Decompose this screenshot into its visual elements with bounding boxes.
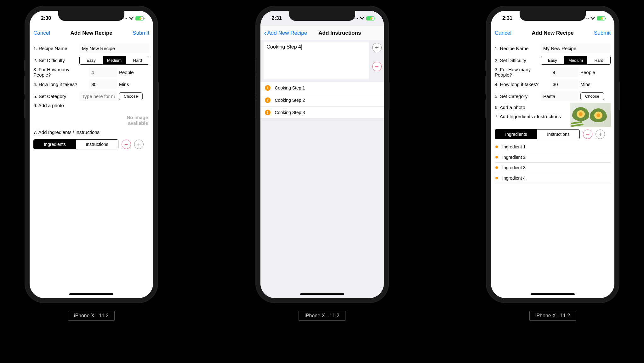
- wifi-icon: [129, 16, 134, 21]
- step-row[interactable]: 2 Cooking Step 2: [260, 94, 384, 107]
- device-label: iPhone X - 11.2: [529, 311, 576, 321]
- nav-title: Add New Recipe: [514, 30, 592, 36]
- difficulty-segmented[interactable]: Easy Medium Hard: [79, 56, 149, 65]
- people-input[interactable]: [550, 67, 578, 77]
- choose-category-button[interactable]: Choose: [119, 92, 143, 100]
- people-label: 3. For How many People?: [33, 67, 87, 78]
- difficulty-medium[interactable]: Medium: [103, 56, 126, 64]
- home-indicator[interactable]: [69, 293, 113, 295]
- chevron-left-icon: ‹: [264, 29, 267, 37]
- nav-title: Add Instructions: [318, 30, 361, 36]
- wifi-icon: [590, 16, 595, 21]
- recipe-name-label: 1. Recipe Name: [495, 46, 539, 51]
- ingredient-row[interactable]: Ingredient 2: [495, 152, 611, 163]
- status-time: 2:31: [502, 15, 512, 21]
- status-time: 2:30: [41, 15, 51, 21]
- ingredient-label: Ingredient 1: [502, 144, 526, 149]
- ingredient-row[interactable]: Ingredient 1: [495, 142, 611, 152]
- submit-button[interactable]: Submit: [592, 30, 611, 36]
- recipe-name-input[interactable]: [541, 43, 611, 53]
- status-time: 2:31: [272, 15, 282, 21]
- home-indicator[interactable]: [300, 293, 344, 295]
- remove-item-button[interactable]: −: [122, 140, 131, 149]
- time-input[interactable]: [550, 79, 578, 89]
- remove-item-button[interactable]: −: [583, 130, 592, 139]
- people-suffix: People: [119, 70, 137, 75]
- ingredient-row[interactable]: Ingredient 3: [495, 163, 611, 173]
- ingredients-instructions-tabs[interactable]: Ingredients Instructions: [33, 139, 118, 149]
- iphone-device-1: 2:30 ⚡ Cancel Add New Recipe Submit 1. R…: [25, 6, 157, 302]
- tab-instructions[interactable]: Instructions: [76, 140, 118, 149]
- wifi-icon: [360, 16, 365, 21]
- step-label: Cooking Step 2: [275, 98, 305, 103]
- recipe-photo-thumbnail[interactable]: [570, 103, 611, 127]
- ingredients-instructions-label: 7. Add Ingredients / Instructions: [495, 114, 561, 119]
- time-suffix: Mins: [580, 82, 598, 87]
- battery-icon: ⚡: [135, 16, 144, 20]
- recipe-name-label: 1. Recipe Name: [33, 46, 77, 51]
- nav-bar: Cancel Add New Recipe Submit: [30, 26, 153, 40]
- bullet-icon: [495, 166, 498, 169]
- time-suffix: Mins: [119, 82, 137, 87]
- remove-step-button[interactable]: −: [372, 62, 382, 71]
- battery-icon: ⚡: [366, 16, 374, 20]
- step-number-icon: 2: [265, 97, 271, 103]
- tab-ingredients[interactable]: Ingredients: [34, 140, 76, 149]
- add-step-button[interactable]: +: [372, 43, 382, 52]
- category-input[interactable]: [541, 91, 578, 101]
- tab-instructions[interactable]: Instructions: [537, 130, 579, 139]
- submit-button[interactable]: Submit: [130, 30, 149, 36]
- nav-bar: ‹ Add New Recipe Add Instructions: [260, 26, 384, 40]
- home-indicator[interactable]: [531, 293, 575, 295]
- photo-label: 6. Add a photo: [33, 103, 77, 108]
- cancel-button[interactable]: Cancel: [495, 30, 514, 36]
- bullet-icon: [495, 156, 498, 158]
- instruction-textarea[interactable]: Cooking Step 4: [264, 42, 369, 79]
- choose-category-button[interactable]: Choose: [580, 92, 604, 100]
- ingredients-instructions-tabs[interactable]: Ingredients Instructions: [495, 129, 580, 139]
- step-row[interactable]: 3 Cooking Step 3: [260, 107, 384, 119]
- category-input[interactable]: [79, 91, 117, 101]
- people-input[interactable]: [89, 67, 117, 77]
- device-label: iPhone X - 11.2: [68, 311, 115, 321]
- device-label: iPhone X - 11.2: [299, 311, 345, 321]
- recipe-name-input[interactable]: [79, 43, 149, 53]
- nav-bar: Cancel Add New Recipe Submit: [491, 26, 614, 40]
- bullet-icon: [495, 177, 498, 179]
- time-input[interactable]: [89, 79, 117, 89]
- step-number-icon: 1: [265, 85, 271, 91]
- difficulty-label: 2. Set Difficulty: [33, 58, 77, 63]
- add-item-button[interactable]: +: [134, 140, 144, 149]
- difficulty-label: 2. Set Difficulty: [495, 58, 539, 63]
- difficulty-hard[interactable]: Hard: [126, 56, 149, 64]
- step-number-icon: 3: [265, 110, 271, 115]
- ingredient-row[interactable]: Ingredient 4: [495, 173, 611, 183]
- tab-ingredients[interactable]: Ingredients: [495, 130, 537, 139]
- time-label: 4. How long it takes?: [33, 82, 87, 87]
- step-row[interactable]: 1 Cooking Step 1: [260, 82, 384, 94]
- iphone-device-3: 2:31 ⚡ Cancel Add New Recipe Submit 1. R…: [487, 6, 619, 302]
- iphone-device-2: 2:31 ⚡ ‹ Add New Recipe Add Instructions…: [256, 6, 388, 302]
- people-suffix: People: [580, 70, 598, 75]
- difficulty-medium[interactable]: Medium: [564, 56, 588, 64]
- add-item-button[interactable]: +: [596, 130, 605, 139]
- difficulty-segmented[interactable]: Easy Medium Hard: [541, 56, 611, 65]
- ingredients-instructions-label: 7. Add Ingredients / Instructions: [33, 130, 100, 135]
- no-image-placeholder: No imageavailable: [33, 115, 149, 126]
- ingredient-label: Ingredient 2: [502, 155, 526, 160]
- difficulty-hard[interactable]: Hard: [587, 56, 610, 64]
- ingredient-label: Ingredient 4: [502, 176, 526, 181]
- difficulty-easy[interactable]: Easy: [80, 56, 103, 64]
- cancel-button[interactable]: Cancel: [33, 30, 52, 36]
- photo-label: 6. Add a photo: [495, 105, 525, 110]
- back-button[interactable]: ‹ Add New Recipe: [264, 29, 307, 37]
- difficulty-easy[interactable]: Easy: [541, 56, 564, 64]
- ingredient-label: Ingredient 3: [502, 165, 526, 170]
- time-label: 4. How long it takes?: [495, 82, 548, 87]
- step-label: Cooking Step 1: [275, 85, 305, 90]
- battery-icon: ⚡: [597, 16, 605, 20]
- category-label: 5. Set Category: [495, 94, 539, 99]
- step-label: Cooking Step 3: [275, 110, 305, 115]
- category-label: 5. Set Category: [33, 94, 77, 99]
- people-label: 3. For How many People?: [495, 67, 548, 78]
